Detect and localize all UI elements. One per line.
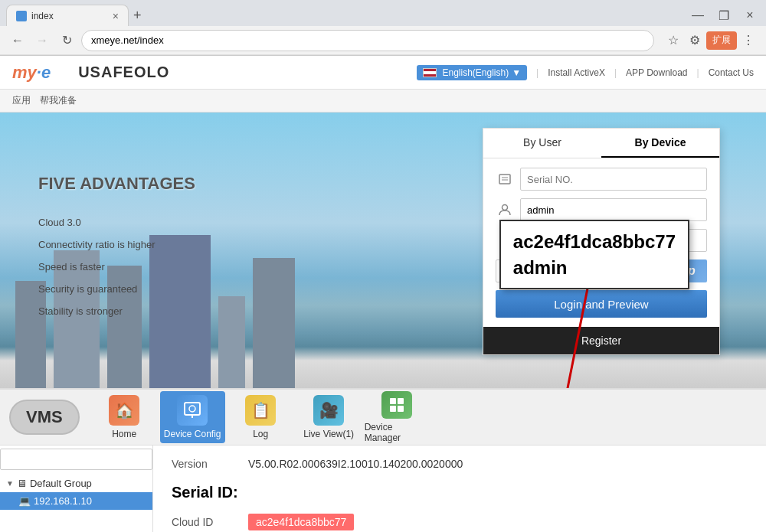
log-label: Log [253,429,268,439]
browser-tab[interactable]: index × [6,5,129,26]
logo-text: my·e [12,63,51,83]
advantage-2: Connectivity ratio is higher [38,239,195,250]
chevron-icon: ▼ [6,479,14,488]
serial-icon [496,170,514,188]
advantage-3: Speed is faster [38,261,195,273]
svg-rect-0 [499,175,510,184]
serial-row [496,168,707,191]
device-config-label: Device Config [164,429,221,439]
lang-chevron: ▼ [512,67,521,78]
site-title: USAFEOLO [78,64,169,81]
app-download-link[interactable]: APP Download [626,67,688,78]
contact-us-link[interactable]: Contact Us [709,67,754,78]
svg-rect-10 [390,398,396,404]
svg-point-3 [502,205,508,211]
tree-group[interactable]: ▼ 🖥 Default Group [0,475,152,492]
tab-title: index [31,11,54,21]
live-view-label: Live View(1) [303,429,354,439]
tree-device[interactable]: 💻 192.168.1.10 [0,492,152,510]
device-manager-label: Device Manager [365,422,430,443]
svg-rect-12 [390,406,396,412]
device-icon: 💻 [18,495,31,507]
page-content: my·e USAFEOLO English(English) ▼ | Insta… [0,56,766,532]
lang-label: English(English) [442,67,509,78]
advantage-5: Stability is stronger [38,305,195,317]
bottom-toolbar: VMS 🏠 Home Device Config 📋 Log 🎥 Live Vi… [0,388,766,446]
top-nav: my·e USAFEOLO English(English) ▼ | Insta… [0,56,766,90]
toolbar-device-manager[interactable]: Device Manager [365,391,430,443]
second-nav: 应用 帮我准备 [0,90,766,113]
advantage-4: Security is guaranteed [38,283,195,295]
tab-bar: index × + — ❐ × [0,0,766,26]
vms-button[interactable]: VMS [9,400,80,435]
device-manager-icon [381,391,412,419]
device-ip: 192.168.1.10 [34,495,92,507]
close-window-btn[interactable]: × [740,5,760,25]
toolbar-log[interactable]: 📋 Log [228,391,293,443]
group-name: Default Group [30,478,92,489]
sidebar-search[interactable] [0,449,152,470]
user-icon [496,201,514,219]
version-value: V5.00.R02.000639I2.10010.140200.0020000 [248,458,463,470]
hero-advantages: Cloud 3.0 Connectivity ratio is higher S… [38,217,195,317]
restore-btn[interactable]: ❐ [714,5,734,25]
browser-chrome: index × + — ❐ × ← → ↻ ☆ ⚙ 扩展 ⋮ [0,0,766,56]
home-icon: 🏠 [109,395,139,426]
refresh-btn[interactable]: ↻ [57,31,77,51]
version-row: Version V5.00.R02.000639I2.10010.140200.… [172,458,748,470]
tab-favicon [16,11,27,21]
svg-rect-7 [185,403,200,415]
forward-btn[interactable]: → [32,31,52,51]
lang-selector[interactable]: English(English) ▼ [417,65,527,80]
svg-rect-13 [398,406,404,412]
live-view-icon: 🎥 [313,395,344,426]
apps-label: 应用 [12,94,31,107]
install-activex-link[interactable]: Install ActiveX [548,67,605,78]
log-icon: 📋 [245,395,276,426]
cloud-id-value: ac2e4f1dca8bbc77 [248,514,354,530]
new-tab-btn[interactable]: + [133,8,142,22]
username-input[interactable] [520,198,707,221]
address-bar[interactable] [81,30,654,51]
username-row [496,198,707,221]
group-icon: 🖥 [17,478,27,489]
ext-button[interactable]: 扩展 [706,31,737,50]
cloud-id-row: Cloud ID ac2e4f1dca8bbc77 [172,514,748,530]
bookmark-label: 帮我准备 [40,94,77,107]
panel-tabs: By User By Device [483,129,719,158]
home-label: Home [112,429,136,439]
hero-section: FIVE ADVANTAGES Cloud 3.0 Connectivity r… [0,113,766,388]
tab-by-user[interactable]: By User [483,129,601,158]
hero-text: FIVE ADVANTAGES Cloud 3.0 Connectivity r… [38,174,195,317]
login-preview-btn[interactable]: Login and Preview [496,290,707,318]
advantage-1: Cloud 3.0 [38,217,195,228]
minimize-btn[interactable]: — [688,5,708,25]
tab-by-device[interactable]: By Device [601,129,719,158]
toolbar-live-view[interactable]: 🎥 Live View(1) [296,391,362,443]
svg-point-8 [189,406,195,412]
browser-controls: ← → ↻ ☆ ⚙ 扩展 ⋮ [0,26,766,55]
toolbar-home[interactable]: 🏠 Home [92,391,157,443]
main-content: Version V5.00.R02.000639I2.10010.140200.… [153,446,766,532]
serial-no-input[interactable] [520,168,707,191]
logo: my·e [12,63,51,83]
building-6 [253,258,295,388]
back-btn[interactable]: ← [8,31,28,51]
serial-id-label: Serial ID: [172,484,748,501]
cloud-id-label: Cloud ID [172,516,248,528]
version-label: Version [172,458,248,470]
annotation-line1: ac2e4f1dca8bbc77 [513,229,676,255]
toolbar-device-config[interactable]: Device Config [160,391,225,443]
sidebar: ▼ 🖥 Default Group 💻 192.168.1.10 [0,446,153,532]
building-5 [218,296,245,388]
star-btn[interactable]: ☆ [663,31,683,51]
register-bar[interactable]: Register [483,327,719,354]
flag-icon [423,68,437,77]
annotation-line2: admin [513,255,676,281]
menu-btn[interactable]: ⋮ [738,31,758,51]
annotation-box: ac2e4f1dca8bbc77 admin [499,220,689,289]
extensions-btn[interactable]: ⚙ [685,31,705,51]
top-nav-right: English(English) ▼ | Install ActiveX | A… [417,65,754,80]
tab-close-btn[interactable]: × [113,10,119,22]
browser-actions: ☆ ⚙ 扩展 ⋮ [663,31,758,51]
